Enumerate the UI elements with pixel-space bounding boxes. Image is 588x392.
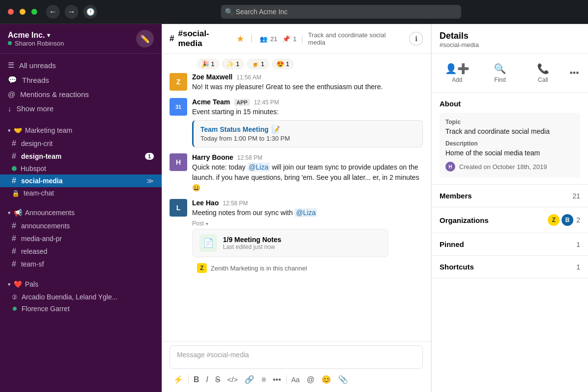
online-dot — [12, 166, 17, 171]
reaction[interactable]: 🎉 1 — [197, 59, 219, 69]
forward-button[interactable]: → — [65, 5, 78, 19]
message-toolbar: ⚡ B I S </> 🔗 ≡ ••• Aa @ 😊 📎 — [170, 369, 423, 386]
font-button[interactable]: Aa — [290, 374, 302, 386]
section-pals[interactable]: ▾ ❤️ Pals — [0, 277, 162, 291]
app-badge: APP — [234, 99, 250, 106]
bold-button[interactable]: B — [192, 373, 201, 386]
sidebar-item-show-more[interactable]: ↓ Show more — [0, 101, 162, 116]
channel-header: # #social-media ★ | 👥 21 📌 1 | Track and… — [162, 24, 431, 54]
reaction[interactable]: ✨ 1 — [222, 59, 244, 69]
chevron-down-icon: ▾ — [47, 32, 50, 39]
topic-label: Topic — [445, 119, 574, 125]
at-button[interactable]: @ — [305, 373, 317, 386]
channel-team-chat[interactable]: 🔒 team-chat — [0, 187, 162, 199]
list-button[interactable]: ≡ — [259, 373, 268, 386]
about-title: About — [440, 99, 580, 108]
star-icon[interactable]: ★ — [237, 34, 244, 44]
section-announcements[interactable]: ▾ 📢 Announcements — [0, 206, 162, 220]
org-avatar-b: B — [562, 214, 573, 226]
sidebar-item-mentions[interactable]: @ Mentions & reactions — [0, 87, 162, 101]
details-title: Details — [440, 31, 580, 41]
history-button[interactable]: 🕐 — [83, 5, 97, 19]
sidebar-item-all-unreads[interactable]: ☰ All unreads — [0, 58, 162, 73]
add-person-icon: 👤➕ — [445, 63, 469, 74]
toolbar-separator — [286, 375, 287, 385]
add-action-button[interactable]: 👤➕ Add — [436, 60, 479, 86]
channel-info-button[interactable]: ℹ — [409, 32, 423, 46]
search-input[interactable] — [221, 5, 461, 19]
call-action-button[interactable]: 📞 Call — [521, 60, 564, 86]
lightning-button[interactable]: ⚡ — [172, 373, 185, 386]
number-icon: ② — [12, 294, 18, 301]
find-action-button[interactable]: 🔍 Find — [479, 60, 522, 86]
mention[interactable]: @Liza — [294, 208, 317, 217]
channel-team-sf[interactable]: # team-sf — [0, 258, 162, 270]
more-formatting-button[interactable]: ••• — [271, 373, 283, 386]
avatar: Z — [170, 73, 187, 91]
link-button[interactable]: 🔗 — [243, 373, 256, 386]
shortcuts-section[interactable]: Shortcuts 1 — [432, 256, 588, 278]
organizations-count: 2 — [576, 216, 580, 224]
emoji-button[interactable]: 😊 — [319, 373, 333, 386]
code-button[interactable]: </> — [225, 373, 240, 386]
post-label[interactable]: Post ▾ — [192, 220, 423, 227]
details-header: Details #social-media — [432, 24, 588, 54]
channel-media-and-pr[interactable]: # media-and-pr — [0, 232, 162, 245]
strikethrough-button[interactable]: S — [213, 373, 222, 386]
more-actions-button[interactable]: ••• — [564, 68, 584, 78]
add-action-label: Add — [452, 76, 462, 83]
channel-design-team[interactable]: # design-team 1 — [0, 150, 162, 163]
channel-hubspot[interactable]: Hubspot — [0, 163, 162, 174]
members-section[interactable]: Members 21 — [432, 185, 588, 207]
file-card[interactable]: 📄 1/9 Meeting Notes Last edited just now — [192, 229, 388, 257]
mention[interactable]: @Liza — [247, 163, 270, 172]
chevron-down-icon: ▾ — [8, 281, 11, 288]
file-info: 1/9 Meeting Notes Last edited just now — [223, 236, 281, 250]
pinned-title: Pinned — [440, 240, 464, 248]
section-emoji: 🤝 — [14, 126, 22, 134]
dm-florence[interactable]: Florence Garret — [0, 303, 162, 315]
italic-button[interactable]: I — [204, 373, 210, 386]
topic-value: Track and coordinate social media — [445, 127, 574, 135]
event-title: Team Status Meeting 📝 — [200, 125, 416, 133]
message-author: Lee Hao — [192, 199, 219, 207]
event-card[interactable]: Team Status Meeting 📝 Today from 1:00 PM… — [192, 120, 423, 147]
message-input[interactable]: Message #social-media — [170, 345, 423, 369]
channel-design-crit[interactable]: # design-crit — [0, 137, 162, 150]
sidebar-item-threads[interactable]: 💬 Threads — [0, 73, 162, 87]
call-action-label: Call — [538, 76, 548, 83]
dm-arcadio[interactable]: ② Arcadio Buendia, Leland Ygle... — [0, 291, 162, 303]
file-name: 1/9 Meeting Notes — [223, 236, 281, 244]
section-marketing[interactable]: ▾ 🤝 Marketing team — [0, 123, 162, 137]
message-time: 11:56 AM — [236, 74, 261, 81]
members-title: Members — [440, 192, 472, 200]
message-text: No! It was my pleasure! Great to see the… — [192, 82, 423, 92]
hash-icon: # — [12, 152, 16, 161]
zenith-avatar: Z — [197, 263, 207, 273]
hash-icon: # — [12, 221, 16, 230]
reaction[interactable]: 🍺 1 — [247, 59, 269, 69]
attachment-button[interactable]: 📎 — [336, 373, 350, 386]
message-time: 12:58 PM — [237, 154, 262, 161]
workspace-info: Acme Inc. ▾ Sharon Robinson — [8, 31, 64, 47]
shortcuts-title: Shortcuts — [440, 263, 474, 271]
organizations-section[interactable]: Organizations Z B 2 — [432, 207, 588, 233]
channel-released[interactable]: # released — [0, 245, 162, 258]
pinned-section[interactable]: Pinned 1 — [432, 233, 588, 256]
hash-icon: # — [12, 247, 16, 256]
arrow-down-icon: ↓ — [8, 104, 12, 113]
channel-announcements[interactable]: # announcements — [0, 220, 162, 232]
arrows-icon: ≫ — [147, 177, 154, 185]
avatar: H — [170, 153, 187, 171]
hash-icon: # — [12, 234, 16, 243]
workspace-name[interactable]: Acme Inc. ▾ — [8, 31, 64, 40]
channel-social-media[interactable]: # social-media ≫ — [0, 174, 162, 187]
details-actions: 👤➕ Add 🔍 Find 📞 Call ••• — [432, 54, 588, 93]
back-button[interactable]: ← — [46, 5, 60, 19]
pins-icon: 📌 — [282, 35, 290, 43]
organizations-title: Organizations — [440, 216, 489, 224]
reaction[interactable]: 😍 1 — [272, 59, 294, 69]
find-action-label: Find — [494, 76, 506, 83]
lock-icon: 🔒 — [12, 190, 20, 197]
compose-button[interactable]: ✏️ — [136, 30, 154, 48]
